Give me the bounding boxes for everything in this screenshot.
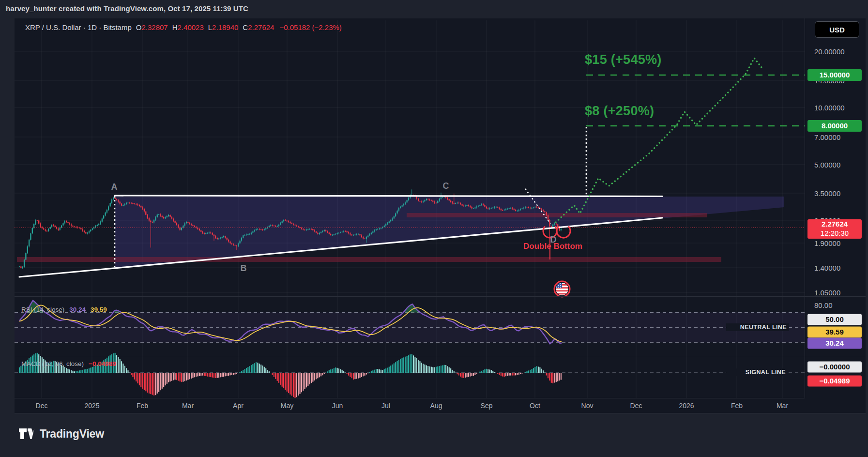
tradingview-logo-text: TradingView [40,427,104,441]
price-tick-label: 5.00000 [814,161,840,169]
currency-toggle-button[interactable]: USD [815,21,859,38]
price-axis-badge: 50.00 [807,314,862,325]
tradingview-snapshot: harvey_hunter created with TradingView.c… [0,0,868,457]
symbol-title: XRP / U.S. Dollar · 1D · Bitstamp [25,23,132,31]
price-axis-badge: 15.00000 [807,69,862,81]
time-axis-label: Feb [137,402,148,410]
time-axis-label: Dec [36,402,48,410]
price-axis-badge: 39.59 [807,327,862,338]
rsi-value: 30.24 [69,306,86,313]
price-tick-label: 3.50000 [814,189,840,198]
price-tick-label: 1.40000 [814,264,840,272]
time-axis-label: Sep [481,402,493,410]
pattern-point-c[interactable]: C [443,181,449,191]
time-axis-label: Mar [182,402,194,410]
time-axis-label: Dec [630,402,642,410]
target-15-label[interactable]: $15 (+545%) [585,52,662,67]
price-axis-badge: 8.00000 [807,120,862,132]
time-axis-label: Jun [332,402,343,410]
rsi-legend[interactable]: RSI (14, close) 30.24 39.59 [21,306,107,313]
pane-separator[interactable] [15,357,866,357]
tradingview-logo[interactable]: TradingView [18,427,104,441]
price-axis-badge: 2.2762412:20:30 [807,219,862,239]
price-tick-label: 80.00 [814,301,833,309]
time-axis-label: Nov [581,402,594,410]
rsi-title: RSI (14, close) [21,306,64,313]
macd-legend[interactable]: MACD (12, 26, close) −0.04989 [21,360,116,367]
time-axis-label: Oct [530,402,540,410]
neutral-line-label[interactable]: NEUTRAL LINE [726,323,789,331]
time-axis-label: Jul [381,402,390,410]
time-axis-label: 2026 [679,402,694,410]
price-tick-label: 7.00000 [814,133,840,141]
price-tick-label: 10.00000 [814,104,845,112]
ohlc-close: C2.27624 [243,23,274,31]
time-axis-label: Aug [430,402,442,410]
rsi-ma-value: 39.59 [91,306,107,313]
rsi-pane[interactable] [15,297,805,357]
price-tick-label: 20.00000 [814,47,845,56]
ohlc-open: O2.32807 [136,23,168,31]
price-tick-label: 1.05000 [814,289,840,297]
symbol-legend[interactable]: XRP / U.S. Dollar · 1D · Bitstamp O2.328… [25,23,342,31]
pane-separator[interactable] [15,296,866,297]
target-8-label[interactable]: $8 (+250%) [585,104,654,119]
double-bottom-label[interactable]: Double Bottom [512,242,594,251]
price-axis-badge: −0.00000 [807,362,862,373]
widget-bottom-border [15,413,866,413]
time-axis-label: May [281,402,293,410]
change-value: −0.05182 (−2.23%) [279,23,341,31]
price-pane[interactable] [15,36,805,296]
time-axis-label: Mar [777,402,788,410]
macd-value: −0.04989 [89,360,116,367]
tradingview-logo-icon [18,427,35,441]
ohlc-high: H2.40023 [172,23,204,31]
time-axis-label: 2025 [84,402,99,410]
pattern-point-a[interactable]: A [111,182,118,192]
pattern-point-b[interactable]: B [241,263,247,274]
price-tick-label: 1.90000 [814,239,840,247]
signal-line-label[interactable]: SIGNAL LINE [726,368,788,376]
time-axis-label: Apr [233,402,244,410]
ohlc-low: L2.18940 [208,23,239,31]
price-axis-badge: 30.24 [807,338,862,349]
macd-pane[interactable] [15,357,805,398]
time-axis-label: Feb [731,402,743,410]
price-axis-badge: −0.04989 [807,376,862,387]
macd-title: MACD (12, 26, close) [21,360,84,367]
